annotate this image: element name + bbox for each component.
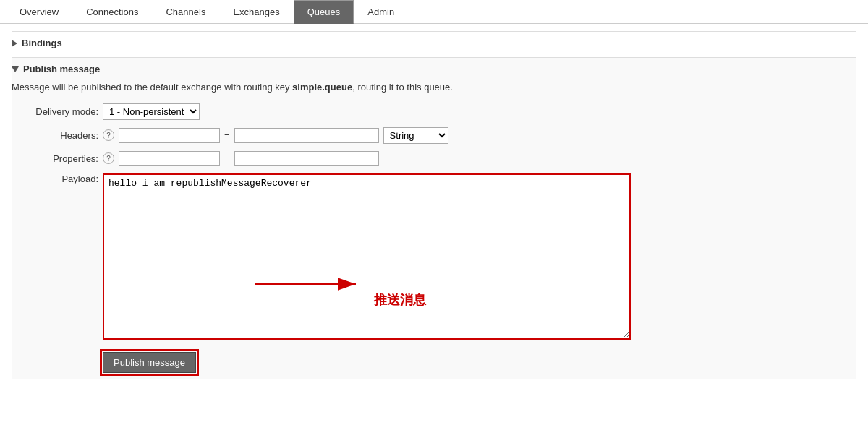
properties-label: Properties: <box>12 153 98 164</box>
headers-type-select[interactable]: StringIntegerBoolean <box>383 127 448 144</box>
bindings-collapse-icon <box>12 40 17 47</box>
main-content: Bindings Publish message Message will be… <box>0 24 868 386</box>
properties-row: Properties: ? = <box>12 151 856 166</box>
routing-key-text: simple.queue <box>292 82 352 93</box>
section-publish: Publish message Message will be publishe… <box>12 57 856 379</box>
headers-row: Headers: ? = StringIntegerBoolean <box>12 127 856 144</box>
publish-message-button[interactable]: Publish message <box>103 352 196 373</box>
headers-help-icon[interactable]: ? <box>103 129 114 141</box>
delivery-mode-row: Delivery mode: 1 - Non-persistent2 - Per… <box>12 103 856 120</box>
tab-connections[interactable]: Connections <box>72 0 152 24</box>
headers-value-input[interactable] <box>234 128 379 143</box>
properties-help-icon[interactable]: ? <box>103 152 114 164</box>
bindings-label: Bindings <box>22 38 62 48</box>
properties-value-input[interactable] <box>234 151 379 166</box>
publish-description: Message will be published to the default… <box>12 80 856 95</box>
payload-textarea[interactable]: hello i am republishMessageRecoverer <box>103 173 631 340</box>
publish-section-label: Publish message <box>23 64 100 74</box>
tab-channels[interactable]: Channels <box>152 0 219 24</box>
tab-admin[interactable]: Admin <box>354 0 408 24</box>
publish-btn-wrapper: Publish message <box>103 352 196 373</box>
headers-key-input[interactable] <box>119 128 220 143</box>
delivery-mode-label: Delivery mode: <box>12 106 98 117</box>
payload-row: Payload: hello i am republishMessageReco… <box>12 173 856 342</box>
publish-message-toggle[interactable]: Publish message <box>12 64 856 74</box>
headers-label: Headers: <box>12 130 98 141</box>
properties-eq: = <box>224 153 230 164</box>
tab-overview[interactable]: Overview <box>6 0 72 24</box>
publish-expand-icon <box>12 66 19 72</box>
tab-queues[interactable]: Queues <box>294 0 354 24</box>
top-nav: Overview Connections Channels Exchanges … <box>0 0 868 24</box>
tab-exchanges[interactable]: Exchanges <box>219 0 293 24</box>
payload-label: Payload: <box>12 173 98 184</box>
properties-key-input[interactable] <box>119 151 220 166</box>
headers-eq: = <box>224 130 230 141</box>
delivery-mode-select[interactable]: 1 - Non-persistent2 - Persistent <box>103 103 200 120</box>
section-bindings: Bindings <box>12 31 856 54</box>
bindings-toggle[interactable]: Bindings <box>12 38 856 48</box>
